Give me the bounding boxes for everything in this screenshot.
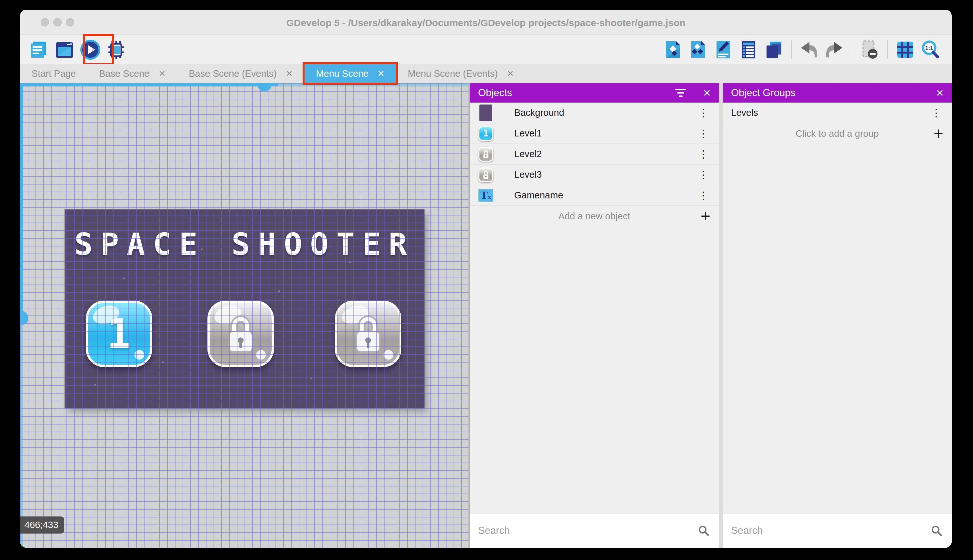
object-row-level3[interactable]: Level3 ⋮ <box>470 165 719 185</box>
search-icon <box>698 525 709 536</box>
lock-icon <box>337 303 399 365</box>
level-button-thumbnail: 1 <box>478 126 493 141</box>
play-icon[interactable] <box>80 39 101 60</box>
toolbar: 1:1 <box>20 35 952 64</box>
project-manager-icon[interactable] <box>28 39 49 60</box>
properties-icon[interactable] <box>713 39 734 60</box>
object-row-background[interactable]: Background ⋮ <box>470 103 719 123</box>
search-icon <box>931 525 942 536</box>
object-groups-panel-title: Object Groups <box>723 87 928 99</box>
locked-button-thumbnail <box>478 167 493 183</box>
object-menu-icon[interactable]: ⋮ <box>694 185 713 206</box>
tab-base-scene[interactable]: Base Scene ✕ <box>87 64 177 83</box>
toolbar-left <box>28 35 127 64</box>
add-group-row[interactable]: Click to add a group + <box>723 123 952 144</box>
object-groups-panel-header: Object Groups ✕ <box>723 83 952 103</box>
objects-panel-title: Objects <box>470 87 675 99</box>
close-panel-icon[interactable]: ✕ <box>928 87 952 99</box>
tab-label: Menu Scene <box>316 68 368 79</box>
close-tab-icon[interactable]: ✕ <box>286 69 293 79</box>
lock-icon <box>210 303 272 365</box>
tab-label: Base Scene <box>99 68 149 79</box>
groups-list: Levels ⋮ Click to add a group + <box>723 103 952 513</box>
objects-list: Background ⋮ 1 Level1 ⋮ Level2 <box>470 103 719 513</box>
objects-panel-icon[interactable] <box>663 39 683 60</box>
close-tab-icon[interactable]: ✕ <box>158 69 165 79</box>
objects-search-input[interactable] <box>470 525 698 537</box>
groups-search-bar <box>723 513 952 548</box>
tab-label: Menu Scene (Events) <box>408 68 498 79</box>
background-thumbnail <box>478 105 493 121</box>
instances-list-icon[interactable] <box>738 39 759 60</box>
group-row-levels[interactable]: Levels ⋮ <box>723 103 952 123</box>
film-minus-icon[interactable] <box>860 39 880 60</box>
close-panel-icon[interactable]: ✕ <box>695 87 719 99</box>
objects-search-bar <box>470 513 719 548</box>
tab-menu-scene-events[interactable]: Menu Scene (Events) ✕ <box>396 64 526 83</box>
grid-icon[interactable] <box>895 39 916 60</box>
level2-button-instance[interactable] <box>207 301 274 367</box>
svg-text:1:1: 1:1 <box>925 45 933 51</box>
layers-icon[interactable] <box>763 39 784 60</box>
tab-base-scene-events[interactable]: Base Scene (Events) ✕ <box>177 64 304 83</box>
toolbar-separator <box>791 40 792 59</box>
text-object-thumbnail: Tx <box>478 188 493 203</box>
tab-start-page[interactable]: Start Page <box>20 64 87 83</box>
object-row-gamename[interactable]: Tx Gamename ⋮ <box>470 185 719 206</box>
tab-menu-scene[interactable]: Menu Scene ✕ <box>304 64 396 83</box>
level3-button-instance[interactable] <box>335 301 402 367</box>
window-title: GDevelop 5 - /Users/dkarakay/Documents/G… <box>20 10 952 35</box>
objects-panel: Objects ✕ Background ⋮ 1 Level1 ⋮ <box>470 83 719 548</box>
vertical-scrollbar-thumb[interactable] <box>21 311 28 325</box>
content-area: SPACE SHOOTER 1 <box>20 83 952 548</box>
object-groups-panel: Object Groups ✕ Levels ⋮ Click to add a … <box>723 83 952 548</box>
gdevelop-window: GDevelop 5 - /Users/dkarakay/Documents/G… <box>20 10 952 548</box>
scene-editor-canvas[interactable]: SPACE SHOOTER 1 <box>20 83 468 548</box>
toolbar-right: 1:1 <box>663 35 941 64</box>
horizontal-scrollbar[interactable] <box>20 83 468 87</box>
level1-number: 1 <box>88 303 150 365</box>
object-row-level2[interactable]: Level2 ⋮ <box>470 144 719 165</box>
gamename-text-instance[interactable]: SPACE SHOOTER <box>65 227 424 262</box>
debugger-icon[interactable] <box>106 39 127 60</box>
groups-search-input[interactable] <box>723 525 931 537</box>
object-menu-icon[interactable]: ⋮ <box>694 123 713 144</box>
zoom-1-1-icon[interactable]: 1:1 <box>920 39 941 60</box>
tab-label: Base Scene (Events) <box>189 68 277 79</box>
objects-panel-header: Objects ✕ <box>470 83 719 103</box>
horizontal-scrollbar-thumb[interactable] <box>257 84 272 92</box>
object-menu-icon[interactable]: ⋮ <box>694 103 713 123</box>
panel-divider[interactable] <box>719 83 723 548</box>
object-row-level1[interactable]: 1 Level1 ⋮ <box>470 123 719 144</box>
group-menu-icon[interactable]: ⋮ <box>926 103 946 123</box>
cursor-coordinates-badge: 466;433 <box>20 517 64 533</box>
level1-button-instance[interactable]: 1 <box>86 301 152 367</box>
filter-icon[interactable] <box>675 89 686 97</box>
tab-label: Start Page <box>32 68 76 79</box>
scene-background-instance[interactable]: SPACE SHOOTER 1 <box>65 210 424 408</box>
locked-button-thumbnail <box>478 147 493 162</box>
toolbar-separator <box>887 40 888 59</box>
close-tab-icon[interactable]: ✕ <box>377 69 385 79</box>
plus-icon[interactable]: + <box>701 208 710 225</box>
toolbar-separator <box>852 40 852 59</box>
object-menu-icon[interactable]: ⋮ <box>694 165 713 185</box>
scene-window-icon[interactable] <box>54 39 75 60</box>
add-group-label: Click to add a group <box>796 128 879 139</box>
close-tab-icon[interactable]: ✕ <box>507 69 514 79</box>
plus-icon[interactable]: + <box>934 125 943 142</box>
redo-icon[interactable] <box>824 39 845 60</box>
object-groups-panel-icon[interactable] <box>688 39 708 60</box>
tab-bar: Start Page Base Scene ✕ Base Scene (Even… <box>20 64 952 83</box>
add-object-row[interactable]: Add a new object + <box>470 206 719 227</box>
titlebar: GDevelop 5 - /Users/dkarakay/Documents/G… <box>20 10 952 35</box>
add-object-label: Add a new object <box>558 211 630 222</box>
object-menu-icon[interactable]: ⋮ <box>694 144 713 165</box>
undo-icon[interactable] <box>799 39 820 60</box>
